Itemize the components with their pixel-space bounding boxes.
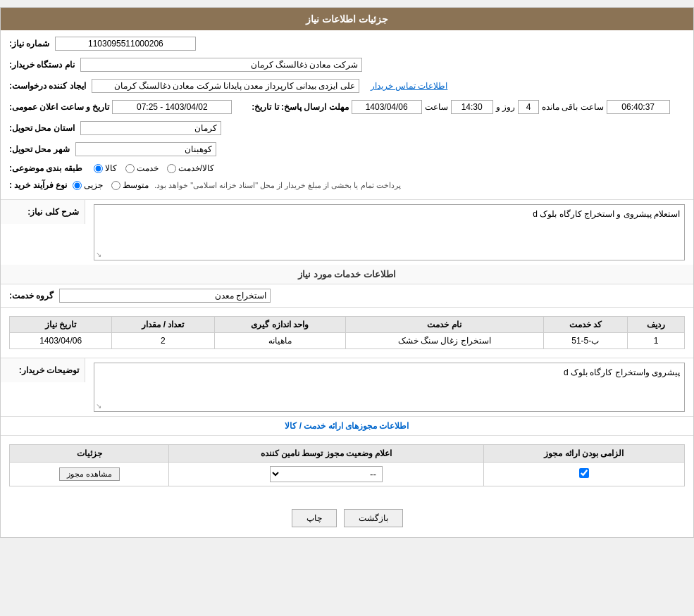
delivery-province-label: استان محل تحویل:: [9, 123, 75, 133]
reply-countdown: 06:40:37: [607, 100, 670, 114]
license-status-cell: --: [169, 463, 484, 486]
cell-code: ب-5-51: [543, 333, 627, 349]
creator-value: علی ایزدی بیدانی کارپرداز معدن پایدانا ش…: [92, 79, 359, 93]
announce-date-label: تاریخ و ساعت اعلان عمومی:: [9, 102, 109, 112]
col-header-row: ردیف: [627, 317, 684, 333]
purchase-type-radio-group: متوسط جزیی: [73, 180, 149, 190]
cell-name: استخراج زغال سنگ خشک: [345, 333, 543, 349]
license-table-row: -- مشاهده مجوز: [10, 463, 685, 486]
license-required-checkbox[interactable]: [579, 468, 589, 478]
license-details-cell: مشاهده مجوز: [10, 463, 169, 486]
license-status-select[interactable]: --: [270, 466, 383, 482]
main-container: جزئیات اطلاعات نیاز 1103095511000206 شما…: [0, 7, 694, 538]
resize-handle-2: ↘: [96, 402, 101, 410]
reply-date: 1403/04/06: [352, 100, 422, 114]
category-radio-group: کالا/خدمت خدمت کالا: [94, 163, 214, 173]
service-group-row: استخراج معدن گروه خدمت:: [1, 284, 693, 308]
creator-label: ایجاد کننده درخواست:: [9, 81, 86, 91]
reply-days: 4: [518, 100, 539, 114]
services-table-container: ردیف کد خدمت نام خدمت واحد اندازه گیری ت…: [1, 308, 693, 358]
col-header-code: کد خدمت: [543, 317, 627, 333]
need-number-label: شماره نیاز:: [9, 39, 49, 49]
category-option-2[interactable]: خدمت: [125, 163, 159, 173]
reply-deadline-label: مهلت ارسال پاسخ: تا تاریخ:: [252, 102, 348, 112]
category-option-1[interactable]: کالا: [94, 163, 117, 173]
delivery-city-value: کوهبنان: [75, 142, 216, 156]
license-table-container: الزامی بودن ارائه مجوز اعلام وضعیت مجوز …: [1, 436, 693, 499]
col-header-unit: واحد اندازه گیری: [214, 317, 345, 333]
buyer-org-value: شرکت معادن ذغالسنگ کرمان: [80, 58, 362, 72]
purchase-option-3[interactable]: متوسط: [111, 180, 149, 190]
license-section-title[interactable]: اطلاعات مجوزهای ارائه خدمت / کالا: [1, 417, 693, 436]
days-label: روز و: [496, 102, 515, 112]
page-header: جزئیات اطلاعات نیاز: [1, 8, 693, 30]
resize-handle: ↘: [96, 251, 101, 258]
reply-time: 14:30: [451, 100, 493, 114]
time-label: ساعت: [425, 102, 448, 112]
license-table: الزامی بودن ارائه مجوز اعلام وضعیت مجوز …: [9, 444, 685, 486]
back-button[interactable]: بازگشت: [344, 509, 403, 527]
buyer-notes-box: پیشروی واستخراج کارگاه بلوک d ↘: [94, 363, 685, 412]
general-description-label: شرح کلی نیاز:: [1, 200, 85, 224]
contact-link[interactable]: اطلاعات تماس خریدار: [371, 81, 448, 91]
purchase-type-label: نوع فرآیند خرید :: [9, 180, 67, 190]
service-group-value: استخراج معدن: [59, 289, 271, 303]
general-description-section: استعلام پیشروی و استخراج کارگاه بلوک d ↘…: [1, 200, 693, 265]
service-group-label: گروه خدمت:: [9, 291, 54, 301]
category-option-3[interactable]: کالا/خدمت: [167, 163, 214, 173]
buyer-notes-section: پیشروی واستخراج کارگاه بلوک d ↘ توضیحات …: [1, 358, 693, 417]
print-button[interactable]: چاپ: [292, 509, 337, 527]
purchase-type-note: پرداخت تمام یا بخشی از مبلغ خریدار از مح…: [154, 181, 401, 190]
license-col-status: اعلام وضعیت مجوز توسط نامین کننده: [169, 445, 484, 463]
table-row: 1 ب-5-51 استخراج زغال سنگ خشک ماهیانه 2 …: [10, 333, 685, 349]
services-table: ردیف کد خدمت نام خدمت واحد اندازه گیری ت…: [9, 316, 685, 349]
need-number-value: 1103095511000206: [55, 37, 196, 51]
cell-quantity: 2: [112, 333, 214, 349]
license-required-cell: [483, 463, 684, 486]
general-description-text: استعلام پیشروی و استخراج کارگاه بلوک d: [97, 208, 681, 220]
cell-unit: ماهیانه: [214, 333, 345, 349]
buyer-org-label: نام دستگاه خریدار:: [9, 60, 75, 70]
general-description-content: استعلام پیشروی و استخراج کارگاه بلوک d ↘: [85, 200, 693, 265]
delivery-city-label: شهر محل تحویل:: [9, 144, 70, 154]
buyer-notes-content: پیشروی واستخراج کارگاه بلوک d ↘: [85, 358, 693, 416]
license-col-required: الزامی بودن ارائه مجوز: [483, 445, 684, 463]
col-header-quantity: تعداد / مقدار: [112, 317, 214, 333]
category-label: طبقه بندی موضوعی:: [9, 163, 82, 173]
bottom-buttons-container: بازگشت چاپ: [1, 499, 693, 537]
cell-date: 1403/04/06: [10, 333, 112, 349]
delivery-province-value: کرمان: [80, 121, 221, 135]
general-description-box: استعلام پیشروی و استخراج کارگاه بلوک d ↘: [94, 204, 685, 260]
buyer-notes-text: پیشروی واستخراج کارگاه بلوک d: [97, 366, 681, 379]
cell-row: 1: [627, 333, 684, 349]
purchase-option-1[interactable]: جزیی: [73, 180, 103, 190]
col-header-date: تاریخ نیاز: [10, 317, 112, 333]
announce-date-value: 1403/04/02 - 07:25: [112, 100, 232, 114]
license-col-details: جزئیات: [10, 445, 169, 463]
col-header-name: نام خدمت: [345, 317, 543, 333]
countdown-label: ساعت باقی مانده: [542, 102, 604, 112]
page-title: جزئیات اطلاعات نیاز: [306, 13, 388, 25]
buyer-notes-label: توضیحات خریدار:: [1, 358, 85, 382]
view-license-button[interactable]: مشاهده مجوز: [59, 467, 120, 481]
general-info-section: 1103095511000206 شماره نیاز: شرکت معادن …: [1, 30, 693, 200]
services-section-title: اطلاعات خدمات مورد نیاز: [1, 265, 693, 284]
